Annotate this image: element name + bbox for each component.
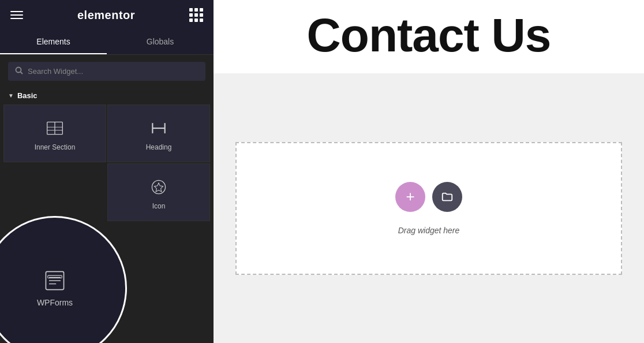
svg-point-0 bbox=[16, 68, 21, 73]
widget-label-wpforms: WPForms bbox=[37, 298, 73, 307]
search-container bbox=[0, 55, 214, 88]
svg-line-1 bbox=[21, 72, 23, 74]
search-box bbox=[8, 62, 205, 81]
widget-label-icon: Icon bbox=[152, 202, 166, 210]
widget-inner-section[interactable]: Inner Section bbox=[3, 105, 106, 162]
widgets-grid: Inner Section Heading bbox=[0, 105, 214, 221]
tab-elements[interactable]: Elements bbox=[0, 30, 107, 54]
add-template-button[interactable] bbox=[432, 182, 462, 212]
widget-wpforms[interactable]: WPForms bbox=[20, 259, 89, 317]
sidebar: elementor Elements Globals ▼ Basic bbox=[0, 0, 214, 343]
search-input[interactable] bbox=[28, 67, 199, 76]
inner-section-icon bbox=[46, 119, 64, 137]
page-title-area: Contact Us bbox=[214, 0, 644, 73]
widgets-row-2: Icon bbox=[2, 163, 211, 221]
sidebar-header: elementor bbox=[0, 0, 214, 30]
widget-label-heading: Heading bbox=[146, 143, 172, 151]
section-collapse-icon[interactable]: ▼ bbox=[8, 92, 14, 99]
drag-hint-text: Drag widget here bbox=[398, 226, 460, 235]
grid-apps-icon[interactable] bbox=[189, 8, 203, 22]
main-content: Contact Us + Drag widget here bbox=[214, 0, 644, 343]
widget-icon[interactable]: Icon bbox=[107, 163, 210, 221]
sidebar-tabs: Elements Globals bbox=[0, 30, 214, 55]
widget-heading[interactable]: Heading bbox=[107, 105, 210, 162]
add-widget-button[interactable]: + bbox=[395, 182, 425, 212]
widgets-row-1: Inner Section Heading bbox=[2, 105, 211, 162]
section-header-basic: ▼ Basic bbox=[0, 88, 214, 105]
tab-globals[interactable]: Globals bbox=[107, 30, 214, 54]
wpforms-icon bbox=[43, 269, 66, 292]
canvas-area: + Drag widget here bbox=[214, 73, 644, 343]
hamburger-menu-icon[interactable] bbox=[10, 11, 23, 19]
heading-icon bbox=[149, 119, 168, 137]
search-icon bbox=[15, 66, 23, 76]
drop-buttons: + bbox=[395, 182, 462, 212]
wpforms-circle-highlight: WPForms bbox=[0, 216, 127, 343]
drop-zone[interactable]: + Drag widget here bbox=[235, 142, 622, 275]
widget-label-inner-section: Inner Section bbox=[35, 143, 76, 151]
elementor-logo: elementor bbox=[77, 9, 135, 22]
page-title: Contact Us bbox=[237, 12, 621, 59]
icon-icon bbox=[149, 178, 168, 196]
section-label: Basic bbox=[17, 91, 38, 100]
